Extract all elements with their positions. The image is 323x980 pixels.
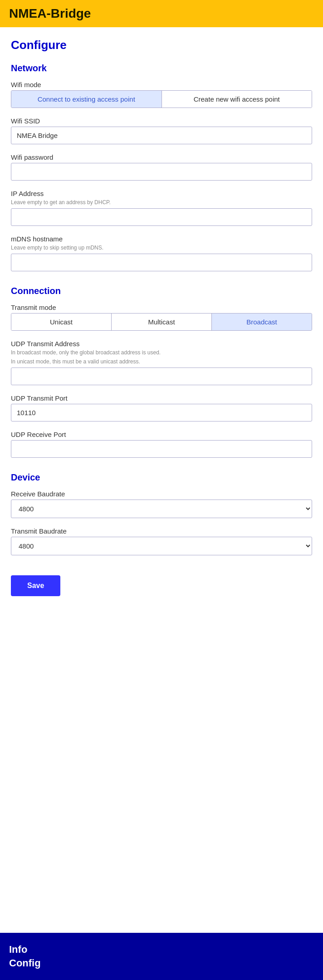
page-title: Configure bbox=[11, 38, 312, 52]
wifi-ssid-field: Wifi SSID bbox=[11, 117, 312, 144]
udp-address-field: UDP Transmit Address In broadcast mode, … bbox=[11, 340, 312, 385]
tx-baudrate-field: Transmit Baudrate 4800 9600 19200 38400 … bbox=[11, 527, 312, 555]
connection-section-title: Connection bbox=[11, 286, 312, 296]
app-title: NMEA-Bridge bbox=[9, 6, 91, 20]
wifi-ssid-input[interactable] bbox=[11, 127, 312, 144]
transmit-mode-field: Transmit mode Unicast Multicast Broadcas… bbox=[11, 304, 312, 331]
udp-address-label: UDP Transmit Address bbox=[11, 340, 312, 348]
mdns-field: mDNS hostname Leave empty to skip settin… bbox=[11, 235, 312, 271]
udp-tx-port-field: UDP Transmit Port bbox=[11, 394, 312, 421]
ip-address-field: IP Address Leave empty to get an address… bbox=[11, 190, 312, 226]
main-content: Configure Network Wifi mode Connect to e… bbox=[0, 27, 323, 933]
transmit-mode-label: Transmit mode bbox=[11, 304, 312, 311]
mdns-hint: Leave empty to skip setting up mDNS. bbox=[11, 245, 312, 251]
wifi-mode-create-btn[interactable]: Create new wifi access point bbox=[162, 91, 312, 108]
wifi-mode-label: Wifi mode bbox=[11, 81, 312, 88]
tx-baudrate-select[interactable]: 4800 9600 19200 38400 57600 115200 bbox=[11, 537, 312, 555]
device-section-title: Device bbox=[11, 472, 312, 483]
udp-address-hint2: In unicast mode, this must be a valid un… bbox=[11, 358, 312, 365]
udp-rx-port-input[interactable] bbox=[11, 440, 312, 458]
mdns-input[interactable] bbox=[11, 254, 312, 271]
wifi-mode-field: Wifi mode Connect to existing access poi… bbox=[11, 81, 312, 108]
wifi-mode-toggle: Connect to existing access point Create … bbox=[11, 90, 312, 108]
udp-tx-port-input[interactable] bbox=[11, 404, 312, 421]
ip-address-input[interactable] bbox=[11, 208, 312, 226]
udp-rx-port-label: UDP Receive Port bbox=[11, 431, 312, 438]
transmit-unicast-btn[interactable]: Unicast bbox=[11, 314, 112, 330]
wifi-ssid-label: Wifi SSID bbox=[11, 117, 312, 125]
rx-baudrate-field: Receive Baudrate 4800 9600 19200 38400 5… bbox=[11, 490, 312, 518]
device-section: Device Receive Baudrate 4800 9600 19200 … bbox=[11, 472, 312, 555]
save-button[interactable]: Save bbox=[11, 575, 60, 596]
footer-nav-info[interactable]: Info bbox=[9, 944, 314, 956]
transmit-multicast-btn[interactable]: Multicast bbox=[112, 314, 212, 330]
wifi-password-input[interactable] bbox=[11, 163, 312, 181]
mdns-label: mDNS hostname bbox=[11, 235, 312, 243]
tx-baudrate-label: Transmit Baudrate bbox=[11, 527, 312, 535]
network-section: Network Wifi mode Connect to existing ac… bbox=[11, 63, 312, 271]
ip-address-label: IP Address bbox=[11, 190, 312, 197]
rx-baudrate-select[interactable]: 4800 9600 19200 38400 57600 115200 bbox=[11, 500, 312, 518]
transmit-mode-toggle: Unicast Multicast Broadcast bbox=[11, 313, 312, 331]
udp-tx-port-label: UDP Transmit Port bbox=[11, 394, 312, 402]
app-header: NMEA-Bridge bbox=[0, 0, 323, 27]
rx-baudrate-label: Receive Baudrate bbox=[11, 490, 312, 498]
wifi-mode-connect-btn[interactable]: Connect to existing access point bbox=[11, 91, 162, 108]
connection-section: Connection Transmit mode Unicast Multica… bbox=[11, 286, 312, 458]
transmit-broadcast-btn[interactable]: Broadcast bbox=[212, 314, 312, 330]
wifi-password-field: Wifi password bbox=[11, 153, 312, 181]
network-section-title: Network bbox=[11, 63, 312, 74]
udp-rx-port-field: UDP Receive Port bbox=[11, 431, 312, 458]
wifi-password-label: Wifi password bbox=[11, 153, 312, 161]
ip-address-hint: Leave empty to get an address by DHCP. bbox=[11, 199, 312, 206]
footer-nav-config[interactable]: Config bbox=[9, 957, 314, 969]
footer-nav: Info Config bbox=[0, 933, 323, 980]
udp-address-hint1: In broadcast mode, only the global broad… bbox=[11, 349, 312, 356]
udp-address-input[interactable] bbox=[11, 368, 312, 385]
